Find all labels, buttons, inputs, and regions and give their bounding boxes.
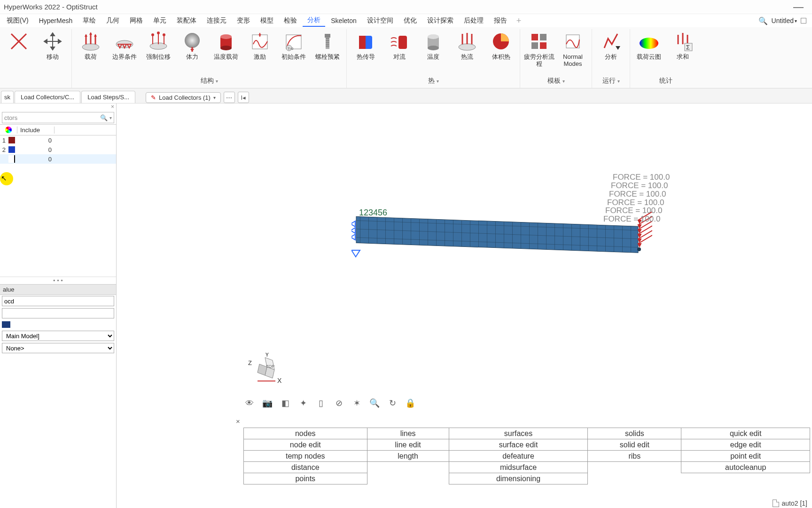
cmdpanel-close-icon[interactable]: × — [236, 417, 240, 425]
property-name-input[interactable] — [2, 296, 114, 306]
tab-load-steps[interactable]: Load Steps/S... — [81, 91, 135, 103]
cmd-dimensioning[interactable]: dimensioning — [449, 473, 588, 484]
vis-lock-icon[interactable]: 🔒 — [404, 397, 416, 409]
ribbon-vol-heat[interactable]: 体积热 — [485, 29, 517, 62]
ribbon-group-run[interactable]: 运行 — [602, 77, 616, 85]
menu-assembly[interactable]: 装配体 — [172, 15, 201, 26]
vis-box-icon[interactable]: ▯ — [315, 397, 327, 409]
ribbon-temperature[interactable]: 温度 — [417, 29, 449, 62]
property-blank-input[interactable] — [2, 308, 114, 318]
include-column[interactable]: Include — [17, 127, 55, 134]
property-none-select[interactable]: None> — [2, 343, 114, 353]
cmd-line-edit[interactable]: line edit — [367, 439, 449, 451]
menu-report[interactable]: 报告 — [489, 15, 512, 26]
cmd-midsurface[interactable]: midsurface — [449, 462, 588, 473]
menu-element[interactable]: 单元 — [148, 15, 171, 26]
ribbon-conduction[interactable]: 热传导 — [350, 29, 382, 62]
ribbon-group-heat[interactable]: 热 — [428, 77, 435, 85]
panel-close-icon[interactable]: × — [0, 103, 116, 111]
cmd-lines[interactable]: lines — [367, 428, 449, 439]
status-page[interactable]: auto2 [1] — [782, 500, 808, 507]
vis-axes-icon[interactable]: ✶ — [351, 397, 363, 409]
viewport[interactable]: 123456 FORCE = 100.0 FORCE — [117, 103, 812, 508]
cmd-defeature[interactable]: defeature — [449, 451, 588, 462]
ribbon-fatigue[interactable]: 疲劳分析流程 — [523, 29, 555, 69]
vis-eye-icon[interactable]: 👁 — [243, 397, 256, 409]
menu-designexplore[interactable]: 设计探索 — [422, 15, 458, 26]
menu-analysis[interactable]: 分析 — [303, 15, 325, 27]
ribbon-body-force[interactable]: 体力 — [176, 29, 208, 62]
menu-sketch[interactable]: 草绘 — [78, 15, 101, 26]
cmd-edge-edit[interactable]: edge edit — [681, 439, 810, 451]
ribbon-normal-modes[interactable]: Normal Modes — [557, 29, 589, 69]
ribbon-sum[interactable]: Σ求和 — [667, 29, 699, 62]
menu-post[interactable]: 后处理 — [459, 15, 488, 26]
ribbon-cut-icon[interactable] — [3, 29, 35, 62]
cmd-length[interactable]: length — [367, 451, 449, 462]
entity-more-button[interactable]: ⋯ — [224, 92, 235, 103]
menu-model[interactable]: 模型 — [256, 15, 278, 26]
tab-sk[interactable]: sk — [1, 91, 14, 103]
cmd-surfaces[interactable]: surfaces — [449, 428, 588, 439]
vis-orbit-icon[interactable]: ↻ — [386, 397, 398, 409]
menu-skeleton[interactable]: Skeleton — [326, 16, 361, 26]
ribbon-excitation[interactable]: 激励 — [244, 29, 276, 62]
vis-zoom-icon[interactable]: 🔍 — [368, 397, 381, 409]
menu-geometry[interactable]: 几何 — [102, 15, 124, 26]
cmd-solid-edit[interactable]: solid edit — [588, 439, 681, 451]
menu-designspace[interactable]: 设计空间 — [362, 15, 398, 26]
cmd-distance[interactable]: distance — [244, 462, 367, 473]
menu-view[interactable]: 视图(V) — [2, 15, 33, 26]
ribbon-initial-cond[interactable]: T=0初始条件 — [278, 29, 310, 62]
ribbon-move[interactable]: 移动 — [37, 29, 69, 62]
list-item[interactable]: 1 0 — [0, 135, 116, 145]
menu-check[interactable]: 检验 — [279, 15, 302, 26]
color-swatch[interactable] — [8, 137, 15, 143]
ribbon-bc[interactable]: 边界条件 — [109, 29, 141, 62]
rename-cursor[interactable] — [8, 155, 15, 163]
ribbon-bolt-preload[interactable]: 螺栓预紧 — [312, 29, 344, 62]
cmd-quick-edit[interactable]: quick edit — [681, 428, 810, 439]
ribbon-analysis[interactable]: 分析 — [595, 29, 627, 62]
cmd-ribs[interactable]: ribs — [588, 451, 681, 462]
ribbon-group-tpl[interactable]: 模板 — [547, 77, 561, 85]
browser-search[interactable]: ctors 🔍 ▾ — [2, 112, 114, 123]
cmd-temp-nodes[interactable]: temp nodes — [244, 451, 367, 462]
ribbon-group-struct[interactable]: 结构 — [201, 77, 214, 85]
menu-mesh[interactable]: 网格 — [125, 15, 148, 26]
window-restore-icon[interactable] — [801, 18, 806, 24]
view-triad[interactable]: TOP Z Y X — [248, 353, 290, 390]
splitter-handle[interactable]: • • • — [0, 277, 116, 284]
ribbon-load-contour[interactable]: 载荷云图 — [633, 29, 665, 62]
menu-optimize[interactable]: 优化 — [399, 15, 422, 26]
ribbon-convection[interactable]: 对流 — [383, 29, 415, 62]
document-selector[interactable]: Untitled▾ — [772, 17, 797, 24]
vis-cube-icon[interactable]: ◧ — [279, 397, 291, 409]
ribbon-heat-flux[interactable]: 热流 — [451, 29, 483, 62]
cmd-solids[interactable]: solids — [588, 428, 681, 439]
vis-wire-icon[interactable]: ✦ — [297, 397, 309, 409]
cmd-node-edit[interactable]: node edit — [244, 439, 367, 451]
property-model-select[interactable]: Main Model] — [2, 331, 114, 341]
menu-add-icon[interactable]: + — [513, 16, 525, 26]
cmd-points[interactable]: points — [244, 473, 367, 484]
color-column-icon[interactable] — [0, 127, 17, 133]
property-color[interactable] — [2, 320, 114, 329]
cmd-point-edit[interactable]: point edit — [681, 451, 810, 462]
tab-load-collectors[interactable]: Load Collectors/C... — [15, 91, 80, 103]
search-icon[interactable]: 🔍 — [758, 16, 768, 25]
menu-hypermesh[interactable]: HyperMesh — [34, 16, 78, 26]
ribbon-temp-load[interactable]: 温度载荷 — [210, 29, 242, 62]
entity-selector[interactable]: ✎ Load Collectors (1) ▾ — [146, 92, 221, 103]
color-swatch[interactable] — [8, 146, 15, 153]
cmd-surface-edit[interactable]: surface edit — [449, 439, 588, 451]
list-item[interactable]: 0 — [0, 154, 116, 164]
cmd-nodes[interactable]: nodes — [244, 428, 367, 439]
menu-connector[interactable]: 连接元 — [202, 15, 231, 26]
ribbon-enforced-disp[interactable]: 强制位移 — [142, 29, 174, 62]
cmd-autocleanup[interactable]: autocleanup — [681, 462, 810, 473]
window-minimize-icon[interactable]: — — [789, 1, 808, 13]
vis-noentry-icon[interactable]: ⊘ — [333, 397, 345, 409]
vis-camera-icon[interactable]: 📷 — [261, 397, 273, 409]
ribbon-load[interactable]: 载荷 — [75, 29, 107, 62]
